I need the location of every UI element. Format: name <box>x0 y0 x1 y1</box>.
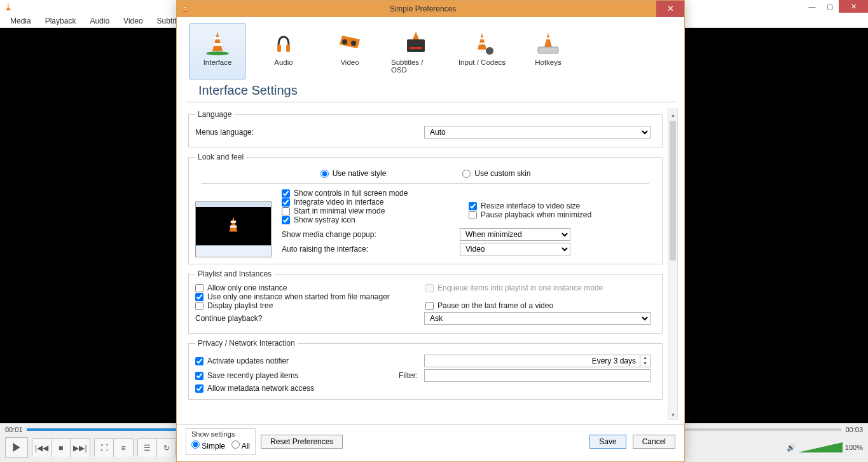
loop-button[interactable]: ↻ <box>157 439 176 457</box>
scroll-down-icon[interactable]: ▾ <box>668 409 677 419</box>
main-window-buttons: — ▢ ✕ <box>803 0 868 13</box>
auto-raise-select[interactable]: Video <box>460 243 570 255</box>
group-look-feel: Look and feel Use native style Use custo… <box>188 153 663 264</box>
svg-rect-2 <box>7 7 10 8</box>
chk-resize-interface[interactable]: Resize interface to video size <box>469 201 656 210</box>
show-settings-group: Show settings Simple All <box>186 428 256 455</box>
tab-subtitles[interactable]: Subtitles / OSD <box>388 24 444 79</box>
svg-point-7 <box>206 51 229 55</box>
tab-video[interactable]: Video <box>322 24 378 79</box>
chk-pause-last-frame[interactable]: Pause on the last frame of a video <box>425 301 656 310</box>
scroll-thumb[interactable] <box>670 121 676 261</box>
svg-rect-9 <box>214 43 222 46</box>
prefs-scroll-area: Language Menus language: Auto Look and f… <box>186 105 665 424</box>
radio-custom-skin[interactable]: Use custom skin <box>462 169 530 178</box>
play-button[interactable] <box>5 437 28 458</box>
language-legend: Language <box>195 110 234 119</box>
tab-hotkeys[interactable]: Hotkeys <box>520 24 576 79</box>
radio-simple[interactable]: Simple <box>191 440 225 451</box>
svg-rect-6 <box>184 9 186 10</box>
media-popup-select[interactable]: When minimized <box>460 228 570 241</box>
vlc-cone-icon <box>4 3 13 11</box>
filter-label: Filter: <box>399 371 424 380</box>
prev-button[interactable]: |◀◀ <box>32 439 52 457</box>
prefs-heading: Interface Settings <box>186 83 675 102</box>
svg-rect-20 <box>538 47 558 53</box>
save-button[interactable]: Save <box>589 435 626 449</box>
menus-language-select[interactable]: Auto <box>424 126 651 139</box>
prefs-footer: Show settings Simple All Reset Preferenc… <box>177 424 684 461</box>
svg-point-13 <box>351 41 356 46</box>
svg-rect-19 <box>546 37 551 39</box>
svg-rect-21 <box>231 221 237 222</box>
svg-rect-8 <box>214 37 221 39</box>
tab-audio[interactable]: Audio <box>256 24 312 79</box>
chk-updates-notifier[interactable]: Activate updates notifier <box>195 357 424 365</box>
filter-input[interactable] <box>424 369 651 382</box>
prefs-close-button[interactable]: ✕ <box>656 1 684 17</box>
playlist-legend: Playlist and Instances <box>195 269 274 278</box>
prefs-titlebar: Simple Preferences ✕ <box>177 1 684 17</box>
svg-rect-22 <box>230 226 237 228</box>
svg-point-18 <box>486 47 493 55</box>
tab-video-label: Video <box>340 58 359 66</box>
tab-audio-label: Audio <box>274 58 293 66</box>
fullscreen-button[interactable]: ⛶ <box>95 439 114 457</box>
chk-one-instance-fm[interactable]: Use only one instance when started from … <box>195 292 656 301</box>
tab-codecs-label: Input / Codecs <box>458 58 506 66</box>
radio-native-style[interactable]: Use native style <box>320 169 387 178</box>
stop-button[interactable]: ■ <box>52 439 71 457</box>
vlc-cone-icon <box>181 4 189 13</box>
close-button[interactable]: ✕ <box>839 0 868 13</box>
chk-save-recent[interactable]: Save recently played items <box>195 371 399 380</box>
volume-percent: 100% <box>845 444 863 451</box>
reset-preferences-button[interactable]: Reset Preferences <box>261 435 343 449</box>
playlist-button[interactable]: ☰ <box>138 439 157 457</box>
cancel-button[interactable]: Cancel <box>633 435 675 449</box>
maximize-button[interactable]: ▢ <box>821 0 839 13</box>
spinner-down-icon[interactable]: ▼ <box>640 361 650 367</box>
chk-systray[interactable]: Show systray icon <box>282 215 469 224</box>
menu-playback[interactable]: Playback <box>39 15 83 27</box>
prefs-scrollbar[interactable]: ▴ ▾ <box>668 109 678 420</box>
chk-enqueue: Enqueue items into playlist in one insta… <box>425 283 656 292</box>
continue-playback-select[interactable]: Ask <box>424 312 651 325</box>
ext-settings-button[interactable]: ≡ <box>114 439 133 457</box>
chk-minimal-view[interactable]: Start in minimal view mode <box>282 207 469 215</box>
chk-pause-minimized[interactable]: Pause playback when minimized <box>469 210 656 219</box>
svg-rect-11 <box>286 44 290 52</box>
look-legend: Look and feel <box>195 153 246 161</box>
menu-media[interactable]: Media <box>4 15 38 27</box>
chk-playlist-tree[interactable]: Display playlist tree <box>195 301 425 310</box>
spinner-up-icon[interactable]: ▲ <box>640 355 650 361</box>
tab-interface[interactable]: Interface <box>189 24 245 79</box>
interface-preview <box>195 201 272 257</box>
chk-one-instance[interactable]: Allow only one instance <box>195 283 425 292</box>
svg-point-12 <box>342 39 347 44</box>
svg-rect-1 <box>7 5 9 6</box>
group-playlist: Playlist and Instances Allow only one in… <box>188 269 663 334</box>
svg-rect-4 <box>183 11 188 12</box>
continue-playback-label: Continue playback? <box>195 314 424 323</box>
minimize-button[interactable]: — <box>803 0 821 13</box>
svg-marker-3 <box>798 442 843 452</box>
tab-interface-label: Interface <box>203 58 232 66</box>
chk-metadata-access[interactable]: Allow metadata network access <box>195 384 656 393</box>
chk-show-controls[interactable]: Show controls in full screen mode <box>282 189 469 198</box>
show-settings-legend: Show settings <box>191 430 250 438</box>
scroll-up-icon[interactable]: ▴ <box>668 109 677 119</box>
speaker-icon[interactable]: 🔊 <box>787 444 796 452</box>
tab-input-codecs[interactable]: Input / Codecs <box>454 24 510 79</box>
radio-all[interactable]: All <box>231 440 250 451</box>
time-elapsed: 00:01 <box>5 426 23 433</box>
media-popup-label: Show media change popup: <box>282 230 460 239</box>
menu-video[interactable]: Video <box>117 15 149 27</box>
svg-rect-10 <box>277 44 281 52</box>
next-button[interactable]: ▶▶| <box>71 439 90 457</box>
menus-language-label: Menus language: <box>195 128 424 137</box>
svg-rect-15 <box>410 47 422 49</box>
volume-slider[interactable] <box>798 442 843 452</box>
menu-audio[interactable]: Audio <box>83 15 116 27</box>
updates-interval-spinner[interactable]: Every 3 days ▲▼ <box>424 355 651 367</box>
chk-integrate-video[interactable]: Integrate video in interface <box>282 198 469 207</box>
